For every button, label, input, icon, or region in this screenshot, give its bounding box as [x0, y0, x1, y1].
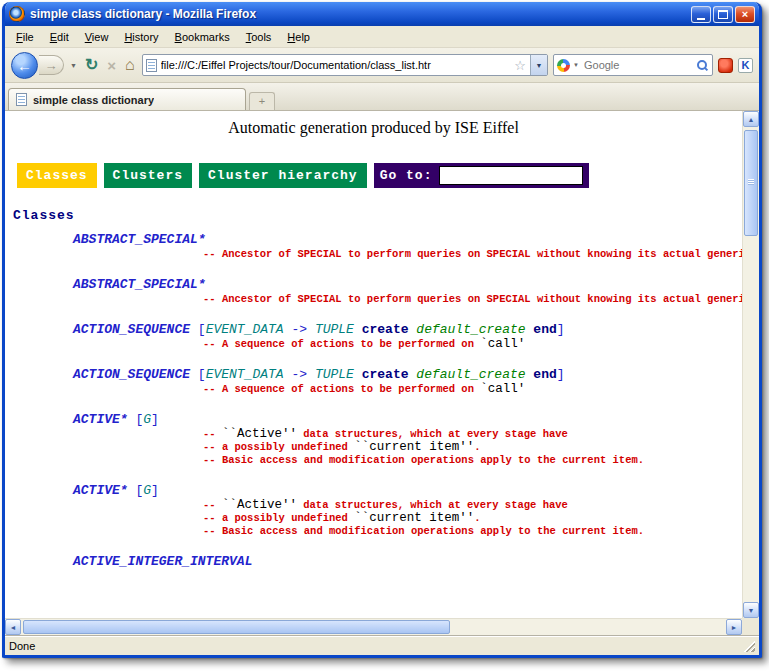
code-class: ACTIVE* — [73, 412, 128, 427]
page-title: Automatic generation produced by ISE Eif… — [5, 119, 742, 137]
goto-panel: Go to: — [374, 163, 590, 188]
addon-icon-k[interactable]: K — [738, 58, 753, 73]
back-button[interactable]: ← — [11, 52, 38, 79]
search-engine-dropdown-icon[interactable]: ▼ — [573, 62, 579, 68]
scroll-up-icon[interactable]: ▲ — [743, 111, 759, 127]
code-comment: -- Ancestor of SPECIAL to perform querie… — [203, 293, 742, 305]
code-comment: -- Ancestor of SPECIAL to perform querie… — [203, 248, 742, 260]
code-punct: [ — [190, 367, 206, 382]
code-keyword: create — [362, 367, 409, 382]
new-tab-button[interactable]: + — [249, 92, 275, 110]
search-magnifier-icon[interactable] — [696, 59, 709, 72]
code-class: ACTIVE_INTEGER_INTERVAL — [73, 554, 252, 569]
code-keyword: create — [362, 322, 409, 337]
code-class: ACTION_SEQUENCE — [73, 322, 190, 337]
search-input[interactable] — [582, 58, 693, 72]
scroll-down-icon[interactable]: ▼ — [743, 602, 759, 618]
url-dropdown-button[interactable]: ▼ — [530, 55, 547, 75]
code-generic: G — [143, 412, 151, 427]
vertical-scroll-thumb[interactable] — [744, 130, 758, 236]
scroll-right-icon[interactable]: ► — [726, 619, 742, 635]
tab-simple-class-dictionary[interactable]: simple class dictionary — [8, 88, 246, 110]
class-entry-comment: -- Basic access and modification operati… — [5, 454, 742, 467]
code-punct: ] — [151, 412, 159, 427]
code-generic: TUPLE — [315, 322, 354, 337]
status-bar: Done — [5, 635, 759, 655]
cluster-hierarchy-button[interactable]: Cluster hierarchy — [199, 163, 367, 188]
menu-help[interactable]: Help — [280, 28, 317, 46]
address-bar[interactable]: file:///C:/Eiffel Projects/tour/Document… — [142, 54, 548, 76]
bookmark-star-icon[interactable]: ☆ — [514, 59, 526, 72]
menu-bookmarks[interactable]: Bookmarks — [168, 28, 237, 46]
code-feature: default_create — [416, 322, 525, 337]
code-comment: data structures, which at every stage ha… — [297, 499, 568, 511]
clusters-button[interactable]: Clusters — [104, 163, 192, 188]
maximize-button[interactable] — [713, 6, 733, 23]
code-class: ABSTRACT_SPECIAL* — [73, 232, 206, 247]
horizontal-scrollbar[interactable]: ◄ ► — [5, 618, 742, 635]
class-entry-comment: -- a possibly undefined ``current item''… — [5, 441, 742, 454]
class-entry-name[interactable]: ACTIVE* [G] — [5, 411, 742, 428]
class-entry-comment: -- Ancestor of SPECIAL to perform querie… — [5, 248, 742, 261]
class-entry: ABSTRACT_SPECIAL*-- Ancestor of SPECIAL … — [5, 231, 742, 261]
scrollbar-corner — [742, 618, 759, 635]
forward-button[interactable]: → — [39, 55, 64, 75]
class-entry: ACTIVE* [G]-- ``Active'' data structures… — [5, 411, 742, 467]
class-entry: ACTIVE* [G]-- ``Active'' data structures… — [5, 482, 742, 538]
code-generic: EVENT_DATA — [206, 322, 284, 337]
google-logo-icon[interactable] — [557, 59, 570, 72]
search-bar[interactable]: ▼ — [553, 54, 713, 76]
url-input[interactable]: file:///C:/Eiffel Projects/tour/Document… — [161, 59, 511, 71]
resize-grip[interactable] — [742, 639, 755, 652]
home-icon[interactable]: ⌂ — [123, 57, 137, 73]
vertical-scrollbar[interactable]: ▲ ▼ — [742, 111, 759, 618]
code-punct: [ — [128, 483, 144, 498]
class-entry-comment: -- A sequence of actions to be performed… — [5, 338, 742, 351]
class-entry-name[interactable]: ACTION_SEQUENCE [EVENT_DATA -> TUPLE cre… — [5, 321, 742, 338]
menu-edit[interactable]: Edit — [43, 28, 76, 46]
class-entry: ACTIVE_INTEGER_INTERVAL — [5, 553, 742, 570]
code-class: ABSTRACT_SPECIAL* — [73, 277, 206, 292]
stop-icon[interactable]: × — [105, 58, 118, 73]
class-entry-comment: -- A sequence of actions to be performed… — [5, 383, 742, 396]
class-entry-comment: -- Ancestor of SPECIAL to perform querie… — [5, 293, 742, 306]
code-comment: -- Basic access and modification operati… — [203, 525, 644, 537]
addon-icon-red[interactable] — [718, 58, 733, 73]
class-entry: ACTION_SEQUENCE [EVENT_DATA -> TUPLE cre… — [5, 366, 742, 396]
classes-section-title: Classes — [13, 208, 742, 223]
class-entry: ACTION_SEQUENCE [EVENT_DATA -> TUPLE cre… — [5, 321, 742, 351]
class-entry-name[interactable]: ABSTRACT_SPECIAL* — [5, 276, 742, 293]
goto-input[interactable] — [439, 166, 583, 185]
scroll-left-icon[interactable]: ◄ — [5, 619, 21, 635]
menu-view[interactable]: View — [78, 28, 116, 46]
title-bar[interactable]: simple class dictionary - Mozilla Firefo… — [5, 2, 759, 26]
horizontal-scroll-thumb[interactable] — [23, 620, 450, 634]
code-quoted: `call' — [480, 337, 525, 351]
code-generic: TUPLE — [315, 367, 354, 382]
favicon-page-icon — [146, 59, 157, 72]
class-entry-name[interactable]: ACTIVE_INTEGER_INTERVAL — [5, 553, 742, 570]
code-comment: data structures, which at every stage ha… — [297, 428, 568, 440]
status-text: Done — [9, 640, 742, 652]
menu-history[interactable]: History — [117, 28, 165, 46]
class-entry-name[interactable]: ACTION_SEQUENCE [EVENT_DATA -> TUPLE cre… — [5, 366, 742, 383]
reload-icon[interactable]: ↻ — [83, 57, 100, 73]
menu-file[interactable]: File — [9, 28, 41, 46]
window-controls: × — [691, 6, 755, 23]
menu-tools[interactable]: Tools — [239, 28, 279, 46]
code-comment: -- a possibly undefined — [203, 441, 354, 453]
class-entry-name[interactable]: ABSTRACT_SPECIAL* — [5, 231, 742, 248]
navigation-toolbar: ← → ▼ ↻ × ⌂ file:///C:/Eiffel Projects/t… — [5, 48, 759, 83]
classes-button[interactable]: Classes — [17, 163, 97, 188]
code-punct: [ — [190, 322, 206, 337]
code-keyword: end — [533, 322, 556, 337]
close-button[interactable]: × — [735, 6, 755, 23]
minimize-button[interactable] — [691, 6, 711, 23]
code-generic: G — [143, 483, 151, 498]
code-comment: -- — [203, 428, 222, 440]
tab-page-icon — [16, 93, 27, 106]
code-quoted: ``Active'' — [222, 498, 297, 512]
code-comment: . — [474, 512, 480, 524]
class-entry-name[interactable]: ACTIVE* [G] — [5, 482, 742, 499]
history-dropdown-icon[interactable]: ▼ — [69, 62, 78, 69]
